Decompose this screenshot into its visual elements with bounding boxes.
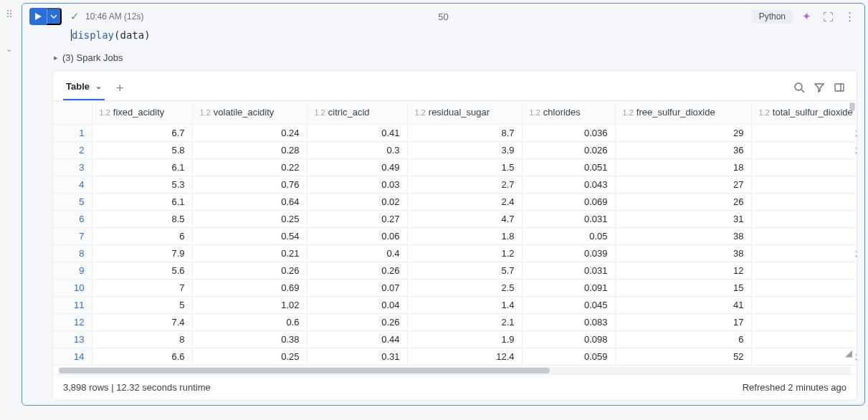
run-menu-button[interactable] [47,8,62,25]
column-header[interactable]: 1.2chlorides [522,101,615,124]
data-cell[interactable]: 0.043 [522,176,615,193]
row-number-cell[interactable]: 3 [53,158,92,176]
data-cell[interactable]: 0.051 [522,158,615,176]
data-cell[interactable]: 2 [751,279,857,296]
data-cell[interactable]: 0.3 [307,141,407,158]
data-cell[interactable]: 41 [615,296,751,313]
collapse-caret-icon[interactable]: ⌄ [6,44,12,54]
data-cell[interactable]: 52 [615,348,751,365]
row-number-cell[interactable]: 12 [53,313,92,330]
data-cell[interactable]: 6 [615,330,751,348]
row-number-cell[interactable]: 14 [53,348,92,365]
row-number-cell[interactable]: 11 [53,296,92,313]
data-cell[interactable]: 5.7 [407,262,522,279]
row-number-cell[interactable]: 4 [53,176,92,193]
table-row[interactable]: 760.540.061.80.05388 [53,227,857,244]
data-cell[interactable]: 0.25 [192,348,307,365]
data-cell[interactable]: 4 [751,193,857,210]
data-cell[interactable]: 12.4 [407,348,522,365]
data-cell[interactable]: 0.045 [522,296,615,313]
data-cell[interactable]: 0.76 [192,176,307,193]
spark-jobs-toggle[interactable]: ▸ (3) Spark Jobs [22,48,864,70]
data-cell[interactable]: 0.38 [192,330,307,348]
data-cell[interactable]: 5 [92,296,192,313]
data-cell[interactable]: 1.2 [407,244,522,262]
data-cell[interactable]: 2.4 [407,193,522,210]
column-header[interactable]: 1.2fixed_acidity [92,101,192,124]
data-cell[interactable]: 0.06 [307,227,407,244]
row-number-cell[interactable]: 10 [53,279,92,296]
assistant-sparkle-icon[interactable]: ✦ [798,9,814,24]
data-cell[interactable]: 0.22 [192,158,307,176]
filter-icon[interactable] [814,82,825,96]
data-cell[interactable]: 0.036 [522,124,615,141]
data-cell[interactable]: 1.5 [407,158,522,176]
data-cell[interactable]: 9 [751,210,857,227]
data-cell[interactable]: 0.27 [307,210,407,227]
run-button[interactable] [29,8,47,25]
table-row[interactable]: 1151.020.041.40.045418 [53,296,857,313]
table-row[interactable]: 95.60.260.265.70.031128 [53,262,857,279]
horizontal-scrollbar-thumb[interactable] [59,368,550,373]
data-cell[interactable]: 0.25 [192,210,307,227]
data-cell[interactable]: 0.04 [307,296,407,313]
data-cell[interactable]: 8 [92,330,192,348]
search-icon[interactable] [793,82,805,96]
data-cell[interactable]: 0.28 [192,141,307,158]
data-cell[interactable]: 0.039 [522,244,615,262]
data-cell[interactable]: 9 [751,176,857,193]
data-cell[interactable]: 10 [751,141,857,158]
column-header[interactable]: 1.2total_sulfur_dioxide [751,101,857,124]
data-cell[interactable]: 0.4 [307,244,407,262]
table-row[interactable]: 56.10.640.022.40.069264 [53,193,857,210]
language-chip[interactable]: Python [752,9,793,24]
panel-toggle-icon[interactable] [834,82,845,96]
table-row[interactable]: 25.80.280.33.90.0263610 [53,141,857,158]
row-number-cell[interactable]: 1 [53,124,92,141]
data-cell[interactable]: 18 [615,158,751,176]
data-cell[interactable]: 6 [92,227,192,244]
tab-table[interactable]: Table ⌄ [63,77,105,100]
data-cell[interactable]: 0.69 [192,279,307,296]
data-cell[interactable]: 0.26 [307,313,407,330]
data-cell[interactable]: 0.21 [192,244,307,262]
data-cell[interactable]: 8 [751,227,857,244]
data-cell[interactable]: 0.031 [522,262,615,279]
data-cell[interactable]: 0.026 [522,141,615,158]
data-cell[interactable]: 7.4 [92,313,192,330]
data-cell[interactable]: 0.02 [307,193,407,210]
data-cell[interactable]: 5.6 [92,262,192,279]
data-cell[interactable]: 2.7 [407,176,522,193]
data-cell[interactable]: 0.54 [192,227,307,244]
data-cell[interactable]: 14 [751,124,857,141]
data-cell[interactable]: 0.26 [307,262,407,279]
table-row[interactable]: 127.40.60.262.10.083179 [53,313,857,330]
data-cell[interactable]: 0.41 [307,124,407,141]
chevron-down-icon[interactable]: ⌄ [95,82,102,91]
data-cell[interactable]: 6.1 [92,158,192,176]
table-row[interactable]: 1380.380.441.90.09861 [53,330,857,348]
row-number-cell[interactable]: 5 [53,193,92,210]
table-row[interactable]: 1070.690.072.50.091152 [53,279,857,296]
data-cell[interactable]: 0.24 [192,124,307,141]
data-cell[interactable]: 18 [751,348,857,365]
data-cell[interactable]: 4.7 [407,210,522,227]
data-cell[interactable]: 12 [615,262,751,279]
data-cell[interactable]: 1.4 [407,296,522,313]
data-cell[interactable]: 17 [615,313,751,330]
data-cell[interactable]: 1.8 [407,227,522,244]
data-cell[interactable]: 8.5 [92,210,192,227]
data-cell[interactable]: 29 [615,124,751,141]
data-cell[interactable]: 0.31 [307,348,407,365]
data-cell[interactable]: 0.07 [307,279,407,296]
table-row[interactable]: 87.90.210.41.20.0393810 [53,244,857,262]
table-row[interactable]: 16.70.240.418.70.0362914 [53,124,857,141]
data-cell[interactable]: 0.069 [522,193,615,210]
row-number-header[interactable] [53,101,92,124]
data-cell[interactable]: 8.7 [407,124,522,141]
data-cell[interactable]: 0.6 [192,313,307,330]
row-number-cell[interactable]: 2 [53,141,92,158]
data-cell[interactable]: 38 [615,244,751,262]
data-cell[interactable]: 0.05 [522,227,615,244]
data-cell[interactable]: 1 [751,330,857,348]
